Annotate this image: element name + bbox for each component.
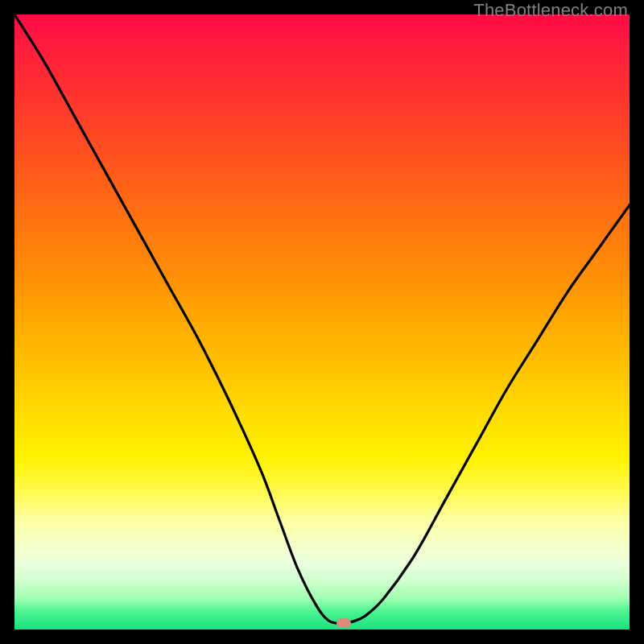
optimum-marker [336,618,351,628]
chart-frame: TheBottleneck.com [0,0,644,644]
watermark-text: TheBottleneck.com [473,0,628,21]
bottleneck-curve [14,14,630,630]
plot-area [14,14,630,630]
